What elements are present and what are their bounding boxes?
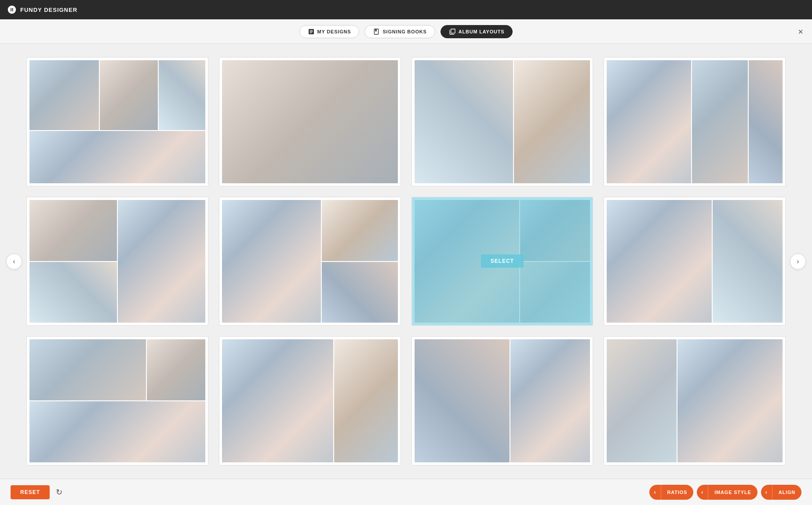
topbar: FUNDY DESIGNER: [0, 0, 812, 19]
reset-button[interactable]: RESET: [11, 485, 50, 499]
select-btn-3[interactable]: SELECT: [481, 115, 524, 128]
tab-album-layouts[interactable]: ALBUM LAYOUTS: [441, 25, 513, 38]
layout-card-4[interactable]: SELECT: [604, 57, 786, 186]
prev-arrow-icon: ‹: [13, 258, 15, 265]
app-title: FUNDY DESIGNER: [20, 7, 77, 13]
prev-arrow[interactable]: ‹: [6, 254, 22, 269]
layout-card-3[interactable]: SELECT: [411, 57, 594, 186]
signing-books-label: SIGNING BOOKS: [382, 29, 426, 34]
select-btn-11[interactable]: SELECT: [481, 394, 524, 407]
align-chevron-icon: ‹: [761, 485, 772, 500]
signing-books-icon: [373, 28, 380, 35]
next-arrow-icon: ›: [797, 258, 799, 265]
app-logo: FUNDY DESIGNER: [7, 5, 77, 15]
layout-card-5[interactable]: SELECT: [26, 197, 208, 326]
layout-card-11[interactable]: SELECT: [411, 336, 594, 465]
layout-card-9[interactable]: SELECT: [26, 336, 208, 465]
select-btn-4[interactable]: SELECT: [673, 115, 716, 128]
main-content: ‹ SELECT: [0, 44, 812, 479]
refresh-icon[interactable]: ↻: [56, 487, 62, 497]
layout-card-10[interactable]: SELECT: [219, 336, 401, 465]
bottom-left: RESET ↻: [11, 485, 62, 499]
my-designs-label: MY DESIGNS: [317, 29, 351, 34]
select-btn-8[interactable]: SELECT: [673, 254, 716, 268]
card-7-overlay: SELECT: [412, 197, 593, 326]
album-layouts-label: ALBUM LAYOUTS: [459, 29, 505, 34]
layout-grid: SELECT SELECT SELECT: [26, 57, 786, 465]
select-btn-9[interactable]: SELECT: [96, 394, 138, 407]
album-layouts-icon: [449, 28, 456, 35]
align-button[interactable]: ‹ ALIGN: [761, 485, 801, 500]
layout-card-2[interactable]: SELECT: [219, 57, 401, 186]
select-btn-10[interactable]: SELECT: [288, 394, 331, 407]
select-btn-12[interactable]: SELECT: [673, 394, 716, 407]
bottom-right: ‹ RATIOS ‹ IMAGE STYLE ‹ ALIGN: [649, 485, 801, 500]
layout-card-6[interactable]: SELECT: [219, 197, 401, 326]
layout-card-8[interactable]: SELECT: [604, 197, 786, 326]
image-style-label: IMAGE STYLE: [708, 485, 757, 500]
layout-card-12[interactable]: SELECT: [604, 336, 786, 465]
tab-signing-books[interactable]: SIGNING BOOKS: [364, 25, 435, 38]
layout-card-7[interactable]: SELECT: [411, 197, 594, 326]
image-style-chevron-icon: ‹: [697, 485, 708, 500]
layout-card-1[interactable]: SELECT: [26, 57, 208, 186]
logo-icon: [7, 5, 17, 15]
close-button[interactable]: ×: [798, 27, 803, 36]
next-arrow[interactable]: ›: [790, 254, 806, 269]
bottombar: RESET ↻ ‹ RATIOS ‹ IMAGE STYLE ‹ ALIGN: [0, 479, 812, 505]
tab-my-designs[interactable]: MY DESIGNS: [299, 25, 360, 38]
select-btn-5[interactable]: SELECT: [96, 254, 138, 268]
ratios-button[interactable]: ‹ RATIOS: [649, 485, 693, 500]
ratios-chevron-icon: ‹: [649, 485, 661, 500]
navbar: MY DESIGNS SIGNING BOOKS ALBUM LAYOUTS ×: [0, 19, 812, 44]
select-btn-1[interactable]: SELECT: [96, 115, 138, 128]
align-label: ALIGN: [772, 485, 801, 500]
select-btn-2[interactable]: SELECT: [288, 115, 331, 128]
image-style-button[interactable]: ‹ IMAGE STYLE: [697, 485, 757, 500]
ratios-label: RATIOS: [661, 485, 694, 500]
select-btn-6[interactable]: SELECT: [288, 254, 331, 268]
my-designs-icon: [308, 28, 315, 35]
select-btn-7[interactable]: SELECT: [481, 254, 524, 268]
